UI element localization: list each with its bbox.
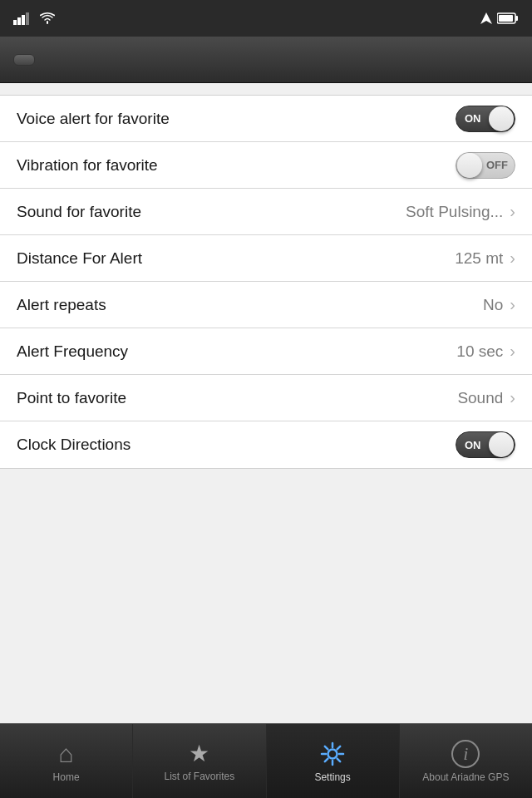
tab-settings[interactable]: Settings bbox=[267, 724, 400, 798]
row-value-sound: Soft Pulsing... bbox=[406, 203, 503, 221]
svg-marker-4 bbox=[480, 12, 492, 24]
nav-bar bbox=[0, 37, 532, 83]
settings-row-sound[interactable]: Sound for favoriteSoft Pulsing...› bbox=[0, 189, 532, 235]
status-right bbox=[480, 12, 519, 24]
svg-rect-6 bbox=[515, 16, 518, 21]
tab-label-favorites: List of Favorites bbox=[165, 771, 235, 782]
status-bar bbox=[0, 0, 532, 37]
tab-label-settings: Settings bbox=[314, 771, 350, 783]
svg-rect-2 bbox=[22, 15, 25, 25]
status-left bbox=[13, 12, 55, 25]
wifi-icon bbox=[40, 12, 55, 24]
settings-row-clock-directions[interactable]: Clock DirectionsON bbox=[0, 421, 532, 468]
svg-line-13 bbox=[325, 746, 328, 749]
row-right-alert-frequency: 10 sec› bbox=[456, 342, 515, 361]
settings-list: Voice alert for favoriteONVibration for … bbox=[0, 95, 532, 469]
row-label-voice-alert: Voice alert for favorite bbox=[17, 110, 170, 128]
row-label-vibration: Vibration for favorite bbox=[17, 156, 158, 175]
svg-line-16 bbox=[325, 758, 328, 761]
settings-row-point-to-favorite[interactable]: Point to favoriteSound› bbox=[0, 375, 532, 421]
chevron-icon-sound: › bbox=[510, 202, 515, 221]
row-right-clock-directions: ON bbox=[456, 431, 515, 458]
toggle-knob-vibration bbox=[457, 153, 482, 178]
row-right-alert-repeats: No› bbox=[483, 295, 515, 314]
svg-rect-0 bbox=[13, 20, 17, 25]
signal-icon bbox=[13, 12, 30, 25]
settings-container: Voice alert for favoriteONVibration for … bbox=[0, 83, 532, 723]
toggle-knob-voice-alert bbox=[489, 106, 514, 131]
toggle-knob-clock-directions bbox=[489, 432, 514, 457]
row-value-point-to-favorite: Sound bbox=[457, 389, 503, 407]
info-icon: i bbox=[451, 740, 480, 768]
home-icon: ⌂ bbox=[59, 740, 74, 768]
toggle-voice-alert[interactable]: ON bbox=[456, 106, 515, 132]
svg-rect-7 bbox=[499, 15, 513, 22]
settings-row-distance[interactable]: Distance For Alert125 mt› bbox=[0, 235, 532, 282]
svg-point-8 bbox=[328, 749, 337, 758]
tab-home[interactable]: ⌂Home bbox=[0, 724, 133, 798]
row-right-sound: Soft Pulsing...› bbox=[406, 202, 515, 221]
settings-row-voice-alert[interactable]: Voice alert for favoriteON bbox=[0, 96, 532, 142]
row-label-point-to-favorite: Point to favorite bbox=[17, 389, 126, 407]
row-label-alert-frequency: Alert Frequency bbox=[17, 342, 128, 361]
chevron-icon-point-to-favorite: › bbox=[510, 388, 515, 407]
row-right-voice-alert: ON bbox=[456, 106, 515, 132]
svg-line-14 bbox=[337, 758, 341, 761]
row-label-alert-repeats: Alert repeats bbox=[17, 296, 106, 314]
tab-label-about: About Ariadne GPS bbox=[422, 771, 509, 783]
toggle-label-vibration: OFF bbox=[486, 159, 508, 171]
row-label-sound: Sound for favorite bbox=[17, 203, 141, 221]
chevron-icon-alert-repeats: › bbox=[510, 295, 515, 314]
toggle-clock-directions[interactable]: ON bbox=[456, 431, 515, 458]
chevron-icon-distance: › bbox=[510, 249, 515, 268]
settings-row-alert-repeats[interactable]: Alert repeatsNo› bbox=[0, 282, 532, 328]
back-button[interactable] bbox=[13, 54, 35, 66]
row-value-alert-repeats: No bbox=[483, 296, 503, 314]
svg-line-15 bbox=[337, 746, 341, 749]
star-icon: ★ bbox=[189, 740, 209, 767]
row-right-point-to-favorite: Sound› bbox=[457, 388, 515, 407]
tab-favorites[interactable]: ★List of Favorites bbox=[133, 724, 266, 798]
settings-row-alert-frequency[interactable]: Alert Frequency10 sec› bbox=[0, 328, 532, 375]
row-value-alert-frequency: 10 sec bbox=[456, 342, 503, 361]
gear-icon bbox=[318, 740, 347, 768]
gps-icon bbox=[480, 12, 492, 24]
toggle-label-voice-alert: ON bbox=[465, 112, 481, 125]
row-value-distance: 125 mt bbox=[455, 249, 503, 268]
toggle-label-clock-directions: ON bbox=[465, 439, 481, 451]
row-right-distance: 125 mt› bbox=[455, 249, 515, 268]
tab-about[interactable]: iAbout Ariadne GPS bbox=[400, 724, 532, 798]
chevron-icon-alert-frequency: › bbox=[510, 342, 515, 361]
tab-bar: ⌂Home★List of Favorites SettingsiAbout A… bbox=[0, 723, 532, 798]
toggle-vibration[interactable]: OFF bbox=[456, 152, 515, 179]
row-label-clock-directions: Clock Directions bbox=[17, 436, 131, 454]
tab-label-home: Home bbox=[53, 771, 80, 783]
row-label-distance: Distance For Alert bbox=[17, 249, 142, 268]
svg-rect-1 bbox=[17, 17, 21, 25]
row-right-vibration: OFF bbox=[456, 152, 515, 179]
battery-icon bbox=[497, 12, 519, 24]
svg-rect-3 bbox=[26, 12, 29, 25]
settings-row-vibration[interactable]: Vibration for favoriteOFF bbox=[0, 142, 532, 189]
